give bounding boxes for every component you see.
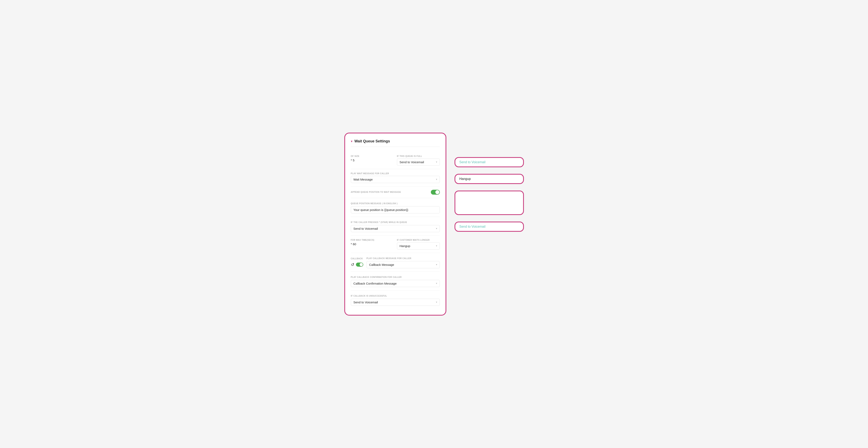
wait-message-row: PLAY WAIT MESSAGE FOR CALLER Wait Messag… (351, 169, 440, 187)
queue-full-label: IF THIS QUEUE IS FULL (397, 155, 440, 157)
append-queue-row: APPEND QUEUE POSITION TO WAIT MESSAGE (351, 187, 440, 198)
callback-unsuccessful-chevron-icon: ▾ (436, 301, 437, 303)
right-bubble-1[interactable]: Send to Voicemail (455, 157, 524, 167)
wait-message-chevron-icon: ▾ (436, 178, 437, 181)
callback-unsuccessful-row: IF CALLBACK IS UNSUCCESSFUL Send to Voic… (351, 290, 440, 309)
max-time-row: FOR MAX TIME(SECS) 60 IF CUSTOMER WAITS … (351, 236, 440, 253)
card-header: ▾ Wait Queue Settings (351, 139, 440, 147)
size-queue-full-row: OF SIZE 5 IF THIS QUEUE IS FULL Send to … (351, 152, 440, 169)
callback-message-chevron-icon: ▾ (436, 263, 437, 266)
callback-confirm-row: PLAY CALLBACK CONFIRMATION FOR CALLER Ca… (351, 272, 440, 290)
right-panel: Send to Voicemail Hangup Send to Voicema… (455, 157, 524, 232)
queue-full-chevron-icon: ▾ (436, 161, 437, 163)
callback-label: CALLBACK (351, 257, 363, 260)
max-time-group: FOR MAX TIME(SECS) 60 (351, 239, 394, 246)
append-queue-toggle[interactable] (431, 190, 440, 195)
callback-message-label: PLAY CALLBACK MESSAGE FOR CALLER (367, 257, 411, 259)
of-size-label: OF SIZE (351, 155, 394, 157)
customer-waits-group: IF CUSTOMER WAITS LONGER Hangup ▾ (397, 239, 440, 250)
callback-message-value: Callback Message (369, 263, 394, 266)
star-press-select[interactable]: Send to Voicemail ▾ (351, 225, 440, 232)
append-queue-label: APPEND QUEUE POSITION TO WAIT MESSAGE (351, 191, 401, 193)
callback-left: CALLBACK ↺ (351, 257, 363, 267)
main-card: ▾ Wait Queue Settings OF SIZE 5 IF THIS … (344, 133, 446, 316)
of-size-value[interactable]: 5 (351, 159, 394, 162)
right-bubble-3 (455, 191, 524, 215)
right-option-4: Send to Voicemail (459, 225, 486, 228)
right-option-2: Hangup (459, 177, 471, 181)
customer-waits-label: IF CUSTOMER WAITS LONGER (397, 239, 440, 241)
callback-message-select[interactable]: Callback Message ▾ (367, 261, 440, 268)
scene: ▾ Wait Queue Settings OF SIZE 5 IF THIS … (344, 133, 524, 316)
right-bubble-2[interactable]: Hangup (455, 174, 524, 184)
card-title: Wait Queue Settings (354, 139, 390, 143)
callback-icon: ↺ (351, 262, 354, 267)
right-option-1: Send to Voicemail (459, 160, 486, 164)
callback-unsuccessful-select[interactable]: Send to Voicemail ▾ (351, 299, 440, 306)
wait-message-value: Wait Message (353, 178, 373, 181)
customer-waits-value: Hangup (400, 244, 410, 248)
callback-toggle[interactable] (356, 262, 363, 267)
callback-unsuccessful-value: Send to Voicemail (353, 300, 378, 304)
max-time-value[interactable]: 60 (351, 243, 394, 246)
callback-confirm-label: PLAY CALLBACK CONFIRMATION FOR CALLER (351, 276, 402, 278)
wait-message-group: PLAY WAIT MESSAGE FOR CALLER Wait Messag… (351, 172, 440, 183)
queue-position-row: QUEUE POSITION MESSAGE ( IN ENGLISH ) Yo… (351, 198, 440, 217)
customer-waits-select[interactable]: Hangup ▾ (397, 243, 440, 250)
callback-unsuccessful-label: IF CALLBACK IS UNSUCCESSFUL (351, 295, 387, 297)
of-size-group: OF SIZE 5 (351, 155, 394, 162)
max-time-label: FOR MAX TIME(SECS) (351, 239, 394, 241)
wait-message-label: PLAY WAIT MESSAGE FOR CALLER (351, 172, 440, 174)
star-press-value: Send to Voicemail (353, 227, 378, 230)
star-press-label: IF THE CALLER PRESSES * (STAR) WHILE IN … (351, 221, 407, 223)
queue-full-value: Send to Voicemail (400, 160, 424, 164)
star-press-row: IF THE CALLER PRESSES * (STAR) WHILE IN … (351, 217, 440, 236)
callback-message-group: PLAY CALLBACK MESSAGE FOR CALLER Callbac… (367, 256, 440, 268)
right-bubble-4[interactable]: Send to Voicemail (455, 222, 524, 232)
queue-position-value: Your queue position is {{queue.position}… (353, 208, 408, 212)
callback-confirm-chevron-icon: ▾ (436, 282, 437, 285)
header-chevron-icon: ▾ (351, 139, 352, 143)
callback-confirm-value: Callback Confirmation Message (353, 282, 397, 285)
callback-toggle-knob (360, 263, 363, 266)
queue-full-select[interactable]: Send to Voicemail ▾ (397, 159, 440, 166)
toggle-knob (435, 190, 439, 194)
star-press-chevron-icon: ▾ (436, 227, 437, 230)
queue-position-select[interactable]: Your queue position is {{queue.position}… (351, 206, 440, 214)
queue-position-label: QUEUE POSITION MESSAGE ( IN ENGLISH ) (351, 202, 398, 204)
customer-waits-chevron-icon: ▾ (436, 245, 437, 247)
callback-row: CALLBACK ↺ PLAY CALLBACK MESSAGE FOR CAL… (351, 253, 440, 272)
wait-message-select[interactable]: Wait Message ▾ (351, 176, 440, 183)
callback-confirm-select[interactable]: Callback Confirmation Message ▾ (351, 280, 440, 287)
queue-full-group: IF THIS QUEUE IS FULL Send to Voicemail … (397, 155, 440, 166)
